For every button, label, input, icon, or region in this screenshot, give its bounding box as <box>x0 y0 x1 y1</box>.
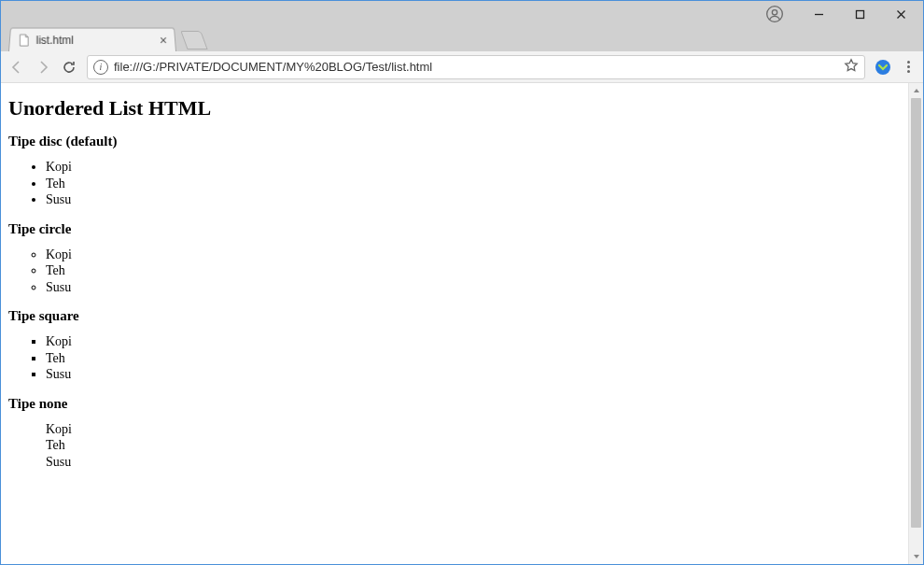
scroll-up-arrow-icon[interactable] <box>909 83 923 98</box>
svg-rect-3 <box>856 10 863 18</box>
browser-tab[interactable]: list.html × <box>8 28 176 51</box>
section-heading-square: Tipe square <box>8 308 901 324</box>
page-heading: Unordered List HTML <box>8 96 901 120</box>
tab-title: list.html <box>36 34 154 47</box>
list-item: Kopi <box>46 421 901 438</box>
list-item: Kopi <box>46 247 901 263</box>
site-info-icon[interactable]: i <box>93 60 108 75</box>
list-item: Susu <box>46 366 901 383</box>
list-item: Kopi <box>46 333 901 350</box>
svg-point-1 <box>772 10 777 15</box>
user-profile-icon[interactable] <box>764 4 785 24</box>
window-titlebar <box>1 1 923 27</box>
minimize-button[interactable] <box>798 2 839 26</box>
list-circle: Kopi Teh Susu <box>8 247 901 296</box>
extension-idm-icon[interactable] <box>875 59 891 76</box>
scroll-down-arrow-icon[interactable] <box>909 549 923 564</box>
list-item: Teh <box>46 437 901 454</box>
file-icon <box>18 34 31 47</box>
list-square: Kopi Teh Susu <box>8 333 901 383</box>
reload-button[interactable] <box>61 59 77 76</box>
list-item: Teh <box>46 176 901 192</box>
new-tab-button[interactable] <box>180 31 207 49</box>
bookmark-star-icon[interactable] <box>844 58 859 77</box>
list-item: Susu <box>46 454 901 471</box>
forward-button[interactable] <box>35 59 51 76</box>
list-disc: Kopi Teh Susu <box>8 159 901 208</box>
section-heading-circle: Tipe circle <box>8 221 901 237</box>
section-heading-disc: Tipe disc (default) <box>8 134 901 149</box>
tab-strip: list.html × <box>1 25 923 51</box>
page-content: Unordered List HTML Tipe disc (default) … <box>1 83 908 564</box>
address-bar[interactable]: i file:///G:/PRIVATE/DOCUMENT/MY%20BLOG/… <box>87 55 865 79</box>
browser-toolbar: i file:///G:/PRIVATE/DOCUMENT/MY%20BLOG/… <box>1 51 923 83</box>
list-item: Teh <box>46 262 901 279</box>
close-tab-icon[interactable]: × <box>160 34 167 47</box>
list-item: Kopi <box>46 159 901 176</box>
svg-point-0 <box>767 7 783 22</box>
back-button[interactable] <box>8 59 25 76</box>
vertical-scrollbar[interactable] <box>908 83 923 564</box>
list-item: Susu <box>46 191 901 208</box>
window-controls <box>798 2 921 26</box>
maximize-button[interactable] <box>839 2 880 26</box>
list-item: Susu <box>46 279 901 296</box>
close-window-button[interactable] <box>880 2 921 26</box>
list-none: Kopi Teh Susu <box>8 421 901 471</box>
svg-point-6 <box>875 60 890 75</box>
list-item: Teh <box>46 350 901 367</box>
browser-menu-icon[interactable] <box>901 60 916 75</box>
url-text: file:///G:/PRIVATE/DOCUMENT/MY%20BLOG/Te… <box>114 60 838 74</box>
scrollbar-thumb[interactable] <box>911 98 921 528</box>
section-heading-none: Tipe none <box>8 396 901 412</box>
